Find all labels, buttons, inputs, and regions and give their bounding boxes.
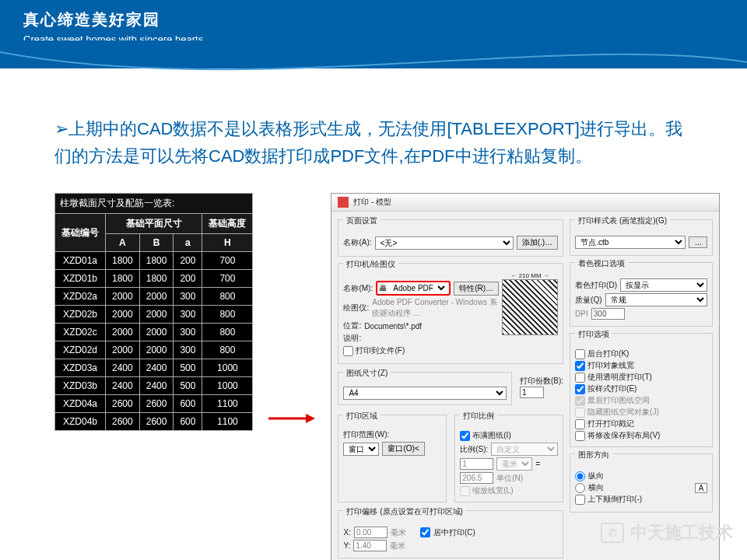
scale-select: 自定义: [491, 443, 558, 456]
properties-button[interactable]: 特性(R)…: [454, 282, 499, 296]
print-to-file-checkbox[interactable]: [343, 346, 353, 356]
wechat-icon: ✆: [601, 523, 624, 543]
table-row: XZD03b240024005001000: [55, 377, 253, 395]
print-dialog: 打印 - 模型 页面设置 名称(A): <无> 添加(.)… 打印机/绘图仪: [331, 193, 720, 560]
offset-y-input: [353, 540, 387, 551]
scale-mm-input: [460, 458, 493, 470]
drawing-unit-input: [460, 472, 493, 484]
printer-name-select[interactable]: Adobe PDF: [388, 282, 447, 294]
scale-lineweight-checkbox: [460, 486, 470, 496]
opt-obj-checkbox[interactable]: [575, 361, 585, 371]
scale-group: 打印比例 布满图纸(I) 比例(S):自定义 毫米= 单位(N) 缩放线宽(L): [454, 415, 563, 502]
dialog-titlebar: 打印 - 模型: [331, 194, 719, 212]
opt-stamp-checkbox[interactable]: [575, 419, 585, 429]
plot-style-edit-button[interactable]: …: [689, 236, 707, 248]
plotter-value: Adobe PDF Converter - Windows 系统驱动程序 …: [372, 297, 499, 319]
col-plan: 基础平面尺寸: [106, 214, 202, 234]
content-row: 柱墩截面尺寸及配筋一览表: 基础编号 基础平面尺寸 基础高度 A B a H X…: [0, 185, 747, 560]
quality-select[interactable]: 常规: [605, 293, 708, 306]
copies-input[interactable]: [520, 387, 544, 398]
opt-save-checkbox[interactable]: [575, 431, 585, 441]
paper-size-group: 图纸尺寸(Z) A4: [338, 372, 512, 405]
slide-header: 真心缔造美好家园 Create sweet homes with sincere…: [0, 0, 747, 68]
opt-last-checkbox: [575, 396, 585, 406]
col-a: a: [174, 234, 202, 252]
orient-portrait-radio[interactable]: [575, 471, 585, 481]
page-setup-select[interactable]: <无>: [375, 236, 514, 250]
table-row: XZD01a18001800200700: [55, 252, 253, 270]
col-h: 基础高度: [202, 214, 253, 234]
orient-upside-checkbox[interactable]: [575, 495, 585, 505]
fit-to-paper-checkbox[interactable]: [460, 431, 470, 441]
window-button[interactable]: 窗口(O)<: [382, 442, 424, 456]
col-id: 基础编号: [55, 214, 106, 252]
plot-area-select[interactable]: 窗口: [343, 443, 379, 456]
table-row: XZD02a20002000300800: [55, 288, 253, 306]
svg-marker-1: [306, 414, 315, 423]
page-setup-group: 页面设置 名称(A): <无> 添加(.)…: [338, 219, 563, 257]
table-row: XZD02d20002000300800: [55, 341, 253, 359]
col-H: H: [202, 234, 253, 252]
printer-group: 打印机/绘图仪 名称(M): 🖶 Adobe PDF 特性(R)…: [338, 263, 563, 364]
plot-area-group: 打印区域 打印范围(W): 窗口 窗口(O)<: [338, 415, 447, 502]
orient-landscape-radio[interactable]: [575, 483, 585, 493]
offset-group: 打印偏移 (原点设置在可打印区域) X: 毫米 居中打印(C) Y: 毫米: [338, 510, 563, 558]
col-A: A: [106, 234, 140, 252]
opt-style-checkbox[interactable]: [575, 384, 585, 394]
opt-hide-checkbox: [575, 408, 585, 418]
cad-table: 柱墩截面尺寸及配筋一览表: 基础编号 基础平面尺寸 基础高度 A B a H X…: [54, 193, 253, 431]
add-button[interactable]: 添加(.)…: [517, 236, 558, 250]
plot-options-group: 打印选项 后台打印(K) 打印对象线宽 使用透明度打印(T) 按样式打印(E) …: [570, 333, 713, 447]
opt-trans-checkbox[interactable]: [575, 373, 585, 383]
plot-style-group: 打印样式表 (画笔指定)(G) 节点.ctb…: [570, 219, 713, 256]
dpi-input: [591, 308, 625, 320]
copies-block: 打印份数(B):: [520, 376, 563, 398]
header-en: Create sweet homes with sincere hearts: [23, 33, 724, 45]
dialog-title: 打印 - 模型: [353, 197, 391, 208]
offset-x-input: [354, 527, 388, 538]
printer-name-label: 名称(M):: [343, 283, 373, 294]
printer-highlight: 🖶 Adobe PDF: [376, 281, 451, 296]
col-B: B: [139, 234, 174, 252]
header-cn: 真心缔造美好家园: [23, 9, 724, 30]
watermark: ✆ 中天施工技术: [601, 521, 733, 544]
center-plot-checkbox[interactable]: [420, 527, 430, 537]
paper-size-select[interactable]: A4: [343, 387, 507, 400]
table-row: XZD02b20002000300800: [55, 306, 253, 324]
table-row: XZD04b260026006001100: [55, 413, 253, 431]
opt-bg-checkbox[interactable]: [575, 349, 585, 359]
plot-style-select[interactable]: 节点.ctb: [575, 236, 686, 249]
name-label: 名称(A):: [343, 237, 371, 248]
table-row: XZD04a260026006001100: [55, 395, 253, 413]
main-paragraph: ➢上期中的CAD数据不是以表格形式生成，无法使用[TABLEEXPORT]进行导…: [0, 68, 747, 185]
where-value: Documents\*.pdf: [364, 322, 422, 331]
viewport-group: 着色视口选项 着色打印(D)按显示 质量(Q)常规 DPI: [570, 262, 713, 327]
shade-select[interactable]: 按显示: [620, 278, 707, 292]
orientation-group: 图形方向 纵向 横向 上下颠倒打印(-) A: [570, 453, 713, 513]
printer-icon: 🖶: [379, 284, 387, 292]
table-row: XZD03a240024005001000: [55, 359, 253, 377]
app-icon: [338, 197, 349, 208]
table-title: 柱墩截面尺寸及配筋一览表:: [55, 194, 253, 214]
unit-select: 毫米: [496, 457, 532, 471]
table-row: XZD02c20002000300800: [55, 324, 253, 341]
red-arrow-icon: [268, 411, 315, 426]
orientation-icon: A: [695, 483, 708, 493]
paper-preview: ← 210 MM →: [502, 279, 558, 335]
table-row: XZD01b18001800200700: [55, 270, 253, 288]
